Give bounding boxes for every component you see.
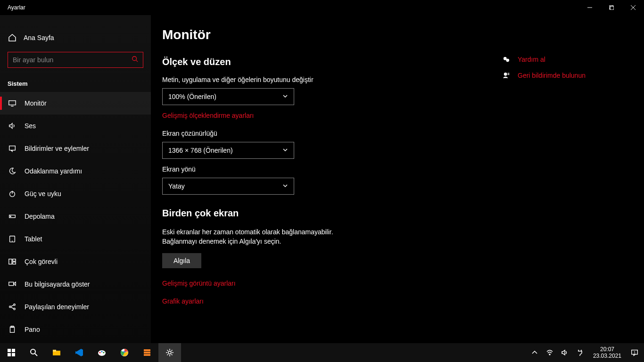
close-icon <box>631 5 636 10</box>
gear-icon <box>165 348 174 357</box>
svg-point-48 <box>168 351 171 354</box>
sidebar-item-tablet[interactable]: Tablet <box>0 228 151 250</box>
minimize-button[interactable] <box>579 0 601 15</box>
sidebar-item-storage[interactable]: Depolama <box>0 205 151 228</box>
maximize-button[interactable] <box>601 0 622 15</box>
resolution-label: Ekran çözünürlüğü <box>162 130 502 137</box>
chrome-icon <box>120 348 129 357</box>
sidebar-item-focus-assist[interactable]: Odaklanma yardımı <box>0 160 151 182</box>
home-button[interactable]: Ana Sayfa <box>0 28 151 47</box>
stack-icon <box>142 348 152 357</box>
svg-rect-10 <box>9 146 16 150</box>
sidebar-item-sound[interactable]: Ses <box>0 115 151 137</box>
svg-line-36 <box>35 354 37 356</box>
orientation-select[interactable]: Yatay <box>162 178 294 195</box>
main-content: Monitör Ölçek ve düzen Metin, uygulama v… <box>151 15 644 343</box>
tray-volume-button[interactable] <box>558 343 571 362</box>
svg-point-6 <box>132 57 137 61</box>
svg-point-30 <box>504 73 507 75</box>
task-explorer-button[interactable] <box>45 343 68 362</box>
svg-text:1: 1 <box>634 350 636 354</box>
sidebar-item-power[interactable]: Güç ve uyku <box>0 182 151 205</box>
sidebar-item-label: Çok görevli <box>25 258 58 265</box>
tray-overflow-button[interactable] <box>528 343 541 362</box>
clipboard-icon <box>8 325 17 334</box>
volume-icon <box>561 349 569 356</box>
chevron-up-icon <box>531 349 538 356</box>
svg-rect-20 <box>9 282 14 286</box>
window-title: Ayarlar <box>8 4 25 11</box>
search-box[interactable] <box>8 52 143 68</box>
monitor-icon <box>8 99 17 108</box>
clock-time: 20:07 <box>593 346 621 353</box>
sidebar-item-notifications[interactable]: Bildirimler ve eylemler <box>0 137 151 160</box>
svg-point-49 <box>549 354 550 355</box>
sidebar-item-monitor[interactable]: Monitör <box>0 92 151 115</box>
svg-point-29 <box>506 59 509 61</box>
wifi-icon <box>546 349 553 356</box>
sidebar-item-label: Bu bilgisayarda göster <box>25 280 90 288</box>
minimize-icon <box>587 5 592 10</box>
palette-icon <box>97 348 107 357</box>
task-settings-button[interactable] <box>158 343 181 362</box>
resolution-value: 644 × 362 (Önerilen) <box>168 147 233 154</box>
sidebar: Ana Sayfa Sistem Monitör Ses Bildirimler… <box>0 15 151 343</box>
search-icon <box>29 348 39 357</box>
svg-point-21 <box>9 306 11 308</box>
sidebar-item-label: Odaklanma yardımı <box>25 167 82 175</box>
action-center-button[interactable]: 1 <box>625 343 644 362</box>
svg-rect-19 <box>13 262 16 264</box>
tray-power-button[interactable] <box>573 343 586 362</box>
sidebar-item-label: Pano <box>25 326 40 333</box>
sidebar-item-project[interactable]: Bu bilgisayarda göster <box>0 273 151 296</box>
task-chrome-button[interactable] <box>113 343 136 362</box>
sound-icon <box>8 121 17 131</box>
scale-select[interactable]: 100% (Önerilen) <box>162 88 294 105</box>
feedback-link[interactable]: Geri bildirimde bulunun <box>502 71 624 80</box>
help-link[interactable]: Yardım al <box>502 55 624 64</box>
svg-rect-31 <box>8 349 11 352</box>
svg-rect-26 <box>10 327 15 333</box>
section-scale-title: Ölçek ve düzen <box>162 57 502 67</box>
sidebar-item-clipboard[interactable]: Pano <box>0 318 151 341</box>
sidebar-item-label: Paylaşılan deneyimler <box>25 303 89 311</box>
moon-icon <box>8 166 17 176</box>
task-paint-button[interactable] <box>91 343 113 362</box>
graphics-link[interactable]: Grafik ayarları <box>162 297 502 305</box>
detect-button[interactable]: Algıla <box>162 253 201 268</box>
advanced-display-link[interactable]: Gelişmiş görüntü ayarları <box>162 280 502 287</box>
resolution-select[interactable]: 644 × 362 (Önerilen) <box>162 142 294 159</box>
orientation-value: Yatay <box>168 182 185 190</box>
svg-rect-8 <box>9 101 16 105</box>
svg-line-7 <box>136 60 138 62</box>
svg-point-35 <box>31 349 35 354</box>
task-search-button[interactable] <box>23 343 45 362</box>
sidebar-item-multitask[interactable]: Çok görevli <box>0 250 151 273</box>
task-app-button[interactable] <box>136 343 158 362</box>
sidebar-item-shared[interactable]: Paylaşılan deneyimler <box>0 296 151 318</box>
tablet-icon <box>8 234 17 244</box>
task-vscode-button[interactable] <box>68 343 91 362</box>
clock-date: 23.03.2021 <box>593 353 621 359</box>
share-icon <box>8 302 17 312</box>
svg-rect-2 <box>610 6 614 10</box>
tray-wifi-button[interactable] <box>543 343 556 362</box>
vscode-icon <box>74 348 84 357</box>
folder-icon <box>52 348 61 357</box>
help-label: Yardım al <box>518 56 545 63</box>
notification-center-icon: 1 <box>630 348 639 357</box>
svg-point-22 <box>14 304 16 306</box>
start-button[interactable] <box>0 343 23 362</box>
storage-icon <box>8 212 17 221</box>
close-button[interactable] <box>622 0 644 15</box>
feedback-icon <box>502 71 511 80</box>
search-input[interactable] <box>13 56 132 64</box>
notification-icon <box>8 144 17 153</box>
scale-label: Metin, uygulama ve diğer öğelerin boyutu… <box>162 76 502 83</box>
advanced-scaling-link[interactable]: Gelişmiş ölçeklendirme ayarları <box>162 112 502 119</box>
project-icon <box>8 280 17 289</box>
power-icon <box>8 189 17 198</box>
multitask-icon <box>8 257 17 266</box>
taskbar-clock[interactable]: 20:07 23.03.2021 <box>589 346 625 360</box>
category-label: Sistem <box>0 76 151 92</box>
